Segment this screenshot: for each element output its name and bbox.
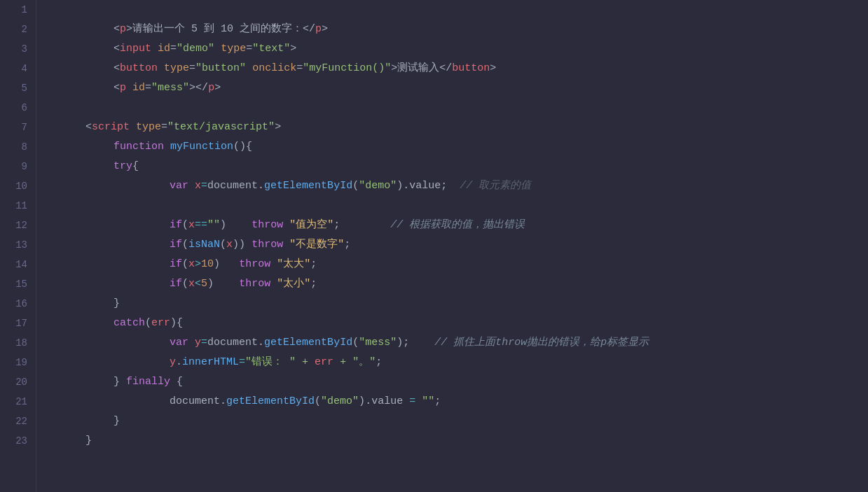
code-line-1: <p>请输出一个 5 到 10 之间的数字：</p> [48, 0, 868, 20]
line-num-3: 3 [6, 39, 27, 59]
line-numbers: 1 2 3 4 5 6 7 8 9 10 11 12 13 14 15 16 1… [0, 0, 36, 492]
code-line-16: catch(err){ [48, 294, 868, 314]
line-num-20: 20 [6, 372, 27, 392]
code-line-6: <script type="text/javascript"> [48, 98, 868, 118]
code-content: <p>请输出一个 5 到 10 之间的数字：</p> <input id="de… [36, 0, 868, 492]
line-num-21: 21 [6, 392, 27, 412]
line-num-5: 5 [6, 78, 27, 98]
code-line-8: try{ [48, 137, 868, 157]
code-line-2: <input id="demo" type="text"> [48, 20, 868, 39]
line-num-23: 23 [6, 431, 27, 451]
code-line-10 [48, 176, 868, 196]
code-line-23 [48, 431, 868, 451]
code-line-4: <p id="mess"></p> [48, 59, 868, 78]
code-line-22: } [48, 412, 868, 431]
line-num-9: 9 [6, 157, 27, 176]
line-num-17: 17 [6, 314, 27, 333]
code-editor: 1 2 3 4 5 6 7 8 9 10 11 12 13 14 15 16 1… [0, 0, 868, 492]
line-num-4: 4 [6, 59, 27, 78]
line-num-6: 6 [6, 98, 27, 118]
line-num-14: 14 [6, 255, 27, 274]
line-num-13: 13 [6, 235, 27, 255]
code-line-15: } [48, 274, 868, 294]
code-line-13: if(x>10) throw "太大"; [48, 235, 868, 255]
line-num-18: 18 [6, 333, 27, 353]
line-num-1: 1 [6, 0, 27, 20]
line-num-16: 16 [6, 294, 27, 314]
code-line-21: } [48, 392, 868, 412]
code-line-20: document.getElementById("demo").value = … [48, 372, 868, 392]
line-num-19: 19 [6, 353, 27, 372]
line-num-11: 11 [6, 196, 27, 216]
code-line-14: if(x<5) throw "太小"; [48, 255, 868, 274]
line-num-12: 12 [6, 216, 27, 235]
code-line-5 [48, 78, 868, 98]
code-line-9: var x=document.getElementById("demo").va… [48, 157, 868, 176]
code-line-17: var y=document.getElementById("mess"); /… [48, 314, 868, 333]
code-line-11: if(x=="") throw "值为空"; // 根据获取的值，抛出错误 [48, 196, 868, 216]
line-num-10: 10 [6, 176, 27, 196]
code-line-19: } finally { [48, 353, 868, 372]
code-line-12: if(isNaN(x)) throw "不是数字"; [48, 216, 868, 235]
line-num-8: 8 [6, 137, 27, 157]
code-line-18: y.innerHTML="错误： " + err + "。"; [48, 333, 868, 353]
code-line-3: <button type="button" onclick="myFunctio… [48, 39, 868, 59]
code-line-7: function myFunction(){ [48, 118, 868, 137]
line-num-22: 22 [6, 412, 27, 431]
line-num-2: 2 [6, 20, 27, 39]
line-num-15: 15 [6, 274, 27, 294]
line-num-7: 7 [6, 118, 27, 137]
